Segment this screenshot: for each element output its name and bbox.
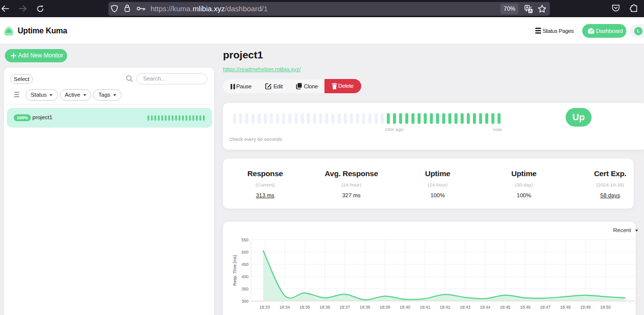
svg-text:450: 450: [242, 262, 249, 267]
svg-text:18:48: 18:48: [560, 305, 571, 310]
svg-text:18:40: 18:40: [400, 305, 411, 310]
svg-text:18:49: 18:49: [580, 305, 591, 310]
svg-text:18:44: 18:44: [480, 305, 491, 310]
svg-text:18:41: 18:41: [420, 305, 430, 310]
svg-text:18:36: 18:36: [320, 305, 330, 310]
svg-text:18:45: 18:45: [500, 305, 511, 310]
svg-text:Resp. Time (ms): Resp. Time (ms): [232, 255, 237, 286]
svg-text:18:38: 18:38: [360, 305, 371, 310]
svg-text:18:46: 18:46: [520, 305, 531, 310]
svg-text:550: 550: [242, 237, 249, 242]
svg-text:18:50: 18:50: [600, 305, 611, 310]
svg-text:300: 300: [242, 299, 249, 304]
svg-text:18:35: 18:35: [299, 305, 310, 310]
svg-text:350: 350: [242, 287, 249, 291]
svg-text:18:47: 18:47: [540, 305, 551, 310]
svg-text:400: 400: [242, 274, 249, 279]
svg-text:18:43: 18:43: [460, 305, 471, 310]
svg-text:500: 500: [242, 250, 249, 255]
svg-text:18:42: 18:42: [440, 305, 450, 310]
svg-text:18:39: 18:39: [380, 305, 391, 310]
svg-text:18:34: 18:34: [279, 305, 290, 310]
svg-text:18:37: 18:37: [340, 305, 350, 310]
svg-text:18:33: 18:33: [259, 305, 270, 310]
